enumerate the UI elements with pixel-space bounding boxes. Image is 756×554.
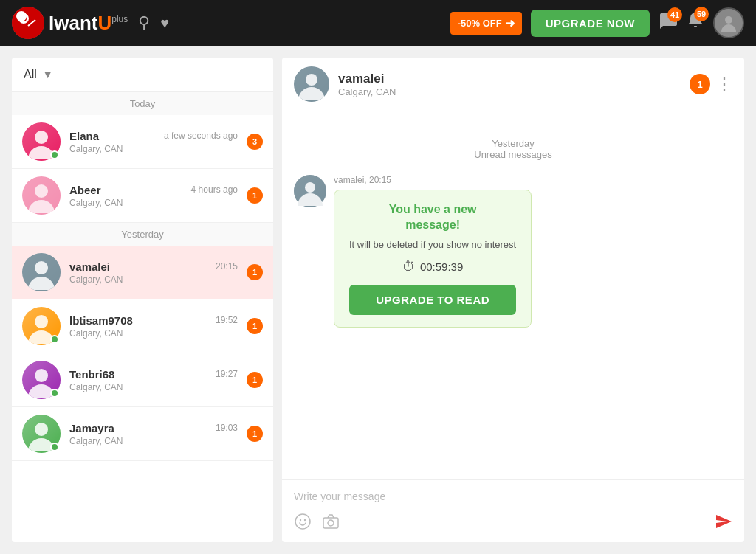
svg-point-5: [35, 131, 48, 144]
camera-button[interactable]: [322, 513, 340, 535]
msg-bubble-subtitle: It will be deleted if you show no intere…: [349, 239, 516, 250]
conv-top: vamalei 20:15: [69, 260, 238, 273]
sidebar-header: All ▼: [12, 58, 273, 92]
chat-contact-avatar: [294, 66, 329, 102]
conv-location: Calgary, CAN: [69, 328, 238, 339]
conv-badge: 1: [247, 372, 263, 388]
list-item[interactable]: Jamayra 19:03 Calgary, CAN 1: [12, 407, 273, 461]
conv-avatar-wrap: [22, 122, 61, 161]
svg-point-24: [328, 520, 334, 526]
conv-info: Tenbri68 19:27 Calgary, CAN: [69, 368, 238, 392]
clock-icon: ⏱: [402, 259, 416, 274]
send-button[interactable]: [715, 513, 732, 535]
conv-time: 19:27: [216, 369, 238, 379]
online-indicator: [50, 335, 59, 344]
chat-contact-location: Calgary, CAN: [338, 86, 681, 97]
discount-badge: -50% OFF ➜: [450, 12, 522, 35]
conv-avatar-wrap: [22, 415, 61, 453]
nav-left: IwantUplus ⚲ ♥: [12, 7, 169, 39]
chat-header-actions: 1 ⋮: [690, 74, 732, 94]
heart-icon[interactable]: ♥: [160, 15, 169, 32]
svg-point-22: [304, 519, 306, 521]
date-divider-yesterday: Yesterday: [12, 223, 273, 246]
chat-icons-left: [294, 513, 340, 535]
messages-button[interactable]: 41: [659, 12, 678, 34]
online-indicator: [50, 150, 59, 159]
notifications-badge: 59: [694, 7, 709, 21]
svg-point-19: [305, 182, 315, 193]
conv-name: vamalei: [69, 260, 110, 273]
msg-sender-time: vamalei, 20:15: [334, 175, 532, 185]
conv-location: Calgary, CAN: [69, 274, 238, 285]
chat-header-badge: 1: [690, 74, 710, 94]
conv-name: Abeer: [69, 184, 101, 196]
conv-name: Tenbri68: [69, 368, 114, 381]
conv-name: lbtisam9708: [69, 314, 133, 327]
conv-avatar-wrap: [22, 176, 61, 215]
logo-text: IwantUplus: [49, 12, 128, 35]
discount-label: -50% OFF: [458, 18, 502, 29]
conv-badge: 1: [247, 187, 263, 204]
svg-point-2: [21, 15, 27, 21]
date-sep-text: Yesterday: [294, 138, 732, 149]
list-item[interactable]: Tenbri68 19:27 Calgary, CAN 1: [12, 353, 273, 407]
svg-point-13: [35, 369, 48, 382]
more-options-icon[interactable]: ⋮: [716, 76, 732, 92]
sidebar: All ▼ Today Elana a few seconds ago: [12, 58, 273, 542]
discount-arrow: ➜: [505, 16, 515, 30]
conv-time: 19:52: [216, 315, 238, 325]
emoji-button[interactable]: [294, 513, 312, 535]
avatar: [22, 253, 61, 291]
message-input[interactable]: [294, 488, 732, 505]
user-avatar[interactable]: [713, 7, 744, 38]
unread-sep-text: Unread messages: [294, 149, 732, 160]
list-item[interactable]: Abeer 4 hours ago Calgary, CAN 1: [12, 169, 273, 223]
upgrade-to-read-button[interactable]: UPGRADE TO READ: [349, 285, 516, 315]
message-content: vamalei, 20:15 You have a new message! I…: [334, 175, 532, 328]
conv-info: lbtisam9708 19:52 Calgary, CAN: [69, 314, 238, 339]
svg-point-20: [295, 514, 310, 529]
svg-point-17: [306, 74, 317, 86]
sidebar-filter[interactable]: All ▼: [24, 68, 53, 81]
messages-badge: 41: [667, 7, 682, 22]
list-item[interactable]: Elana a few seconds ago Calgary, CAN 3: [12, 115, 273, 169]
logo: IwantUplus: [12, 7, 128, 39]
conv-top: Abeer 4 hours ago: [69, 184, 238, 196]
nav-right: -50% OFF ➜ UPGRADE NOW 41 59: [450, 7, 744, 38]
online-indicator: [50, 389, 59, 398]
date-divider-today: Today: [12, 92, 273, 115]
svg-point-9: [35, 261, 48, 274]
svg-point-11: [35, 315, 48, 328]
conv-top: Elana a few seconds ago: [69, 130, 238, 142]
conv-badge: 1: [247, 318, 263, 334]
conv-name: Elana: [69, 130, 99, 142]
conv-time: 19:03: [216, 423, 238, 433]
conv-info: Elana a few seconds ago Calgary, CAN: [69, 130, 238, 154]
logo-icon: [12, 7, 44, 39]
conv-location: Calgary, CAN: [69, 436, 238, 446]
msg-timer: ⏱ 00:59:39: [349, 259, 516, 274]
conv-time: 4 hours ago: [191, 184, 238, 195]
svg-point-15: [35, 423, 48, 436]
list-item[interactable]: lbtisam9708 19:52 Calgary, CAN 1: [12, 299, 273, 353]
conv-location: Calgary, CAN: [69, 198, 238, 208]
conv-info: Jamayra 19:03 Calgary, CAN: [69, 422, 238, 446]
svg-point-3: [725, 16, 732, 24]
chat-input-area: [282, 479, 744, 542]
chevron-down-icon: ▼: [43, 69, 53, 80]
notifications-button[interactable]: 59: [687, 11, 704, 35]
conv-badge: 1: [247, 264, 263, 280]
date-separator: Yesterday Unread messages: [294, 138, 732, 160]
chat-header-info: vamalei Calgary, CAN: [338, 72, 681, 97]
list-item[interactable]: vamalei 20:15 Calgary, CAN 1: [12, 246, 273, 299]
conv-avatar-wrap: [22, 307, 61, 345]
message-row: vamalei, 20:15 You have a new message! I…: [294, 175, 732, 328]
conv-top: Jamayra 19:03: [69, 422, 238, 434]
svg-point-1: [18, 13, 29, 24]
conv-badge: 1: [247, 426, 263, 442]
search-icon[interactable]: ⚲: [138, 13, 150, 32]
upgrade-now-button[interactable]: UPGRADE NOW: [531, 10, 650, 37]
message-bubble: You have a new message! It will be delet…: [334, 190, 532, 328]
chat-input-icons: [294, 513, 732, 535]
conv-avatar-wrap: [22, 361, 61, 399]
